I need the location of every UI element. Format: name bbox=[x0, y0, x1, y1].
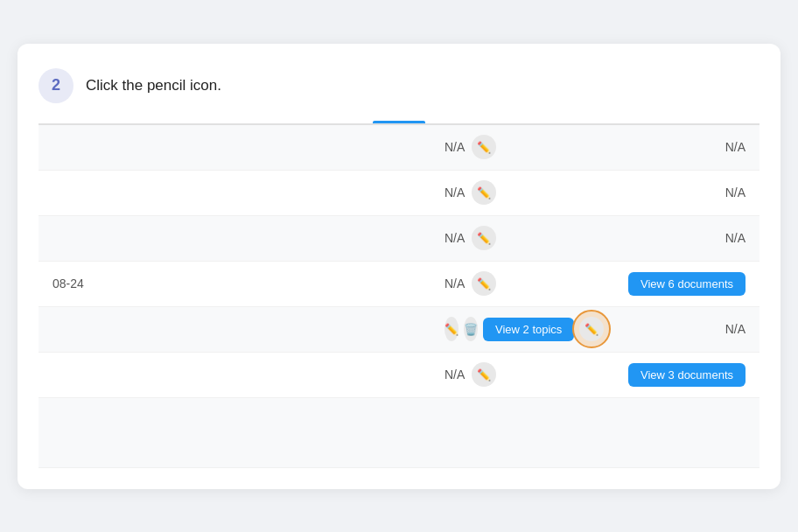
row4-na: N/A bbox=[444, 276, 465, 290]
row1-mid: N/A ✏️ bbox=[438, 135, 595, 159]
table-row: N/A ✏️ View 3 documents bbox=[38, 353, 760, 398]
row1-na: N/A bbox=[444, 140, 465, 154]
table-row: N/A ✏️ N/A bbox=[38, 125, 760, 171]
step-badge: 2 bbox=[38, 68, 74, 103]
row6-mid: N/A ✏️ bbox=[438, 362, 595, 387]
highlighted-pencil-container: ✏️ bbox=[579, 317, 604, 341]
table-row: ✏️ 🗑️ View 2 topics ✏️ N/A bbox=[38, 307, 760, 353]
view-6-documents-button[interactable]: View 6 documents bbox=[628, 272, 746, 296]
row5-mid: ✏️ 🗑️ View 2 topics ✏️ bbox=[438, 317, 595, 341]
view-3-documents-button[interactable]: View 3 documents bbox=[628, 363, 746, 387]
row5-edit-button[interactable]: ✏️ bbox=[444, 317, 458, 341]
row2-right: N/A bbox=[595, 186, 752, 200]
tab-active-indicator bbox=[373, 121, 425, 123]
row1-right: N/A bbox=[595, 140, 752, 154]
row2-mid: N/A ✏️ bbox=[438, 180, 595, 205]
row1-edit-button[interactable]: ✏️ bbox=[472, 135, 496, 159]
row4-date: 08-24 bbox=[52, 276, 84, 290]
step-header: 2 Click the pencil icon. bbox=[38, 68, 760, 103]
row1-right-na: N/A bbox=[725, 140, 746, 154]
row5-delete-button[interactable]: 🗑️ bbox=[464, 317, 478, 341]
row5-right: N/A bbox=[595, 322, 752, 336]
view-2-topics-button[interactable]: View 2 topics bbox=[483, 318, 574, 341]
row6-na: N/A bbox=[444, 368, 465, 382]
row3-edit-button[interactable]: ✏️ bbox=[472, 226, 496, 250]
row4-right: View 6 documents bbox=[595, 272, 752, 296]
row5-right-na: N/A bbox=[725, 322, 746, 336]
table-row: 08-24 N/A ✏️ View 6 documents bbox=[38, 262, 760, 307]
row4-left: 08-24 bbox=[46, 276, 438, 290]
table-row-empty bbox=[38, 398, 760, 468]
row6-edit-button[interactable]: ✏️ bbox=[472, 362, 496, 387]
row3-right-na: N/A bbox=[725, 231, 746, 245]
tutorial-card: 2 Click the pencil icon. N/A ✏️ N/A N/A … bbox=[18, 44, 780, 489]
row5-highlighted-edit-button[interactable]: ✏️ bbox=[579, 317, 604, 341]
row2-na: N/A bbox=[444, 186, 465, 200]
row3-mid: N/A ✏️ bbox=[438, 226, 595, 250]
row2-edit-button[interactable]: ✏️ bbox=[472, 180, 496, 205]
row4-edit-button[interactable]: ✏️ bbox=[472, 271, 496, 296]
row4-mid: N/A ✏️ bbox=[438, 271, 595, 296]
row3-na: N/A bbox=[444, 231, 465, 245]
table-row: N/A ✏️ N/A bbox=[38, 171, 760, 216]
table-container: N/A ✏️ N/A N/A ✏️ N/A N/A ✏️ bbox=[38, 125, 760, 468]
row3-right: N/A bbox=[595, 231, 752, 245]
table-row: N/A ✏️ N/A bbox=[38, 216, 760, 262]
row2-right-na: N/A bbox=[725, 186, 746, 200]
step-instruction: Click the pencil icon. bbox=[86, 77, 221, 94]
row6-right: View 3 documents bbox=[595, 363, 752, 387]
